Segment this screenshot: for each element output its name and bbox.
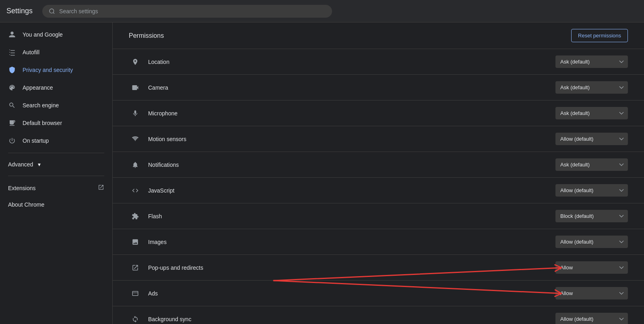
permission-select-microphone[interactable]: Ask (default)AllowBlock bbox=[555, 107, 628, 119]
power-icon bbox=[8, 137, 16, 145]
permission-label-flash: Flash bbox=[148, 213, 555, 219]
app-title: Settings bbox=[6, 7, 33, 15]
permission-select-background-sync[interactable]: Allow (default)Block bbox=[555, 313, 628, 324]
permission-row-location: Location Ask (default)AllowBlock bbox=[113, 49, 644, 75]
permission-label-popups: Pop-ups and redirects bbox=[148, 265, 555, 271]
permission-row-images: Images Allow (default)Block bbox=[113, 229, 644, 255]
reset-permissions-button[interactable]: Reset permissions bbox=[571, 29, 628, 42]
sidebar-item-label: Default browser bbox=[23, 120, 62, 126]
popup-icon bbox=[129, 264, 142, 271]
permissions-header: Permissions Reset permissions bbox=[113, 23, 644, 49]
permission-label-motion-sensors: Motion sensors bbox=[148, 136, 555, 142]
permission-select-motion-sensors[interactable]: Allow (default)AskBlock bbox=[555, 133, 628, 145]
motion-icon bbox=[129, 135, 142, 143]
permissions-title: Permissions bbox=[129, 32, 164, 39]
permission-label-ads: Ads bbox=[148, 290, 555, 297]
sidebar-item-on-startup[interactable]: On startup bbox=[0, 132, 109, 150]
permission-select-flash[interactable]: Block (default)AllowAsk bbox=[555, 210, 628, 222]
permission-label-images: Images bbox=[148, 239, 555, 245]
permission-row-background-sync: Background sync Allow (default)Block bbox=[113, 306, 644, 324]
autofill-icon bbox=[8, 48, 16, 56]
app-header: Settings bbox=[0, 0, 644, 23]
sidebar-item-default-browser[interactable]: Default browser bbox=[0, 114, 109, 132]
permission-select-popups[interactable]: AllowBlock (default) bbox=[555, 261, 628, 274]
permission-select-notifications[interactable]: Ask (default)AllowBlock bbox=[555, 158, 628, 171]
permission-row-camera: Camera Ask (default)AllowBlock bbox=[113, 75, 644, 100]
sidebar-item-label: You and Google bbox=[23, 31, 63, 38]
sync-icon bbox=[129, 316, 142, 323]
permission-row-microphone: Microphone Ask (default)AllowBlock bbox=[113, 100, 644, 126]
permission-label-camera: Camera bbox=[148, 84, 555, 91]
svg-line-1 bbox=[53, 12, 54, 14]
permission-select-camera[interactable]: Ask (default)AllowBlock bbox=[555, 81, 628, 94]
permission-row-notifications: Notifications Ask (default)AllowBlock bbox=[113, 152, 644, 178]
permission-select-ads[interactable]: AllowBlock (default) bbox=[555, 287, 628, 299]
sidebar-item-label: Privacy and security bbox=[23, 67, 73, 73]
puzzle-icon bbox=[129, 213, 142, 220]
svg-point-0 bbox=[50, 9, 54, 13]
browser-icon bbox=[8, 119, 16, 127]
search-input[interactable] bbox=[59, 8, 326, 14]
sidebar-item-label: On startup bbox=[23, 137, 49, 144]
external-link-icon bbox=[98, 184, 104, 192]
sidebar-item-search-engine[interactable]: Search engine bbox=[0, 96, 109, 114]
permission-row-flash: Flash Block (default)AllowAsk bbox=[113, 203, 644, 229]
permission-row-popups: Pop-ups and redirects AllowBlock (defaul… bbox=[113, 255, 644, 281]
shield-icon bbox=[8, 66, 16, 74]
sidebar-divider-2 bbox=[8, 176, 104, 176]
microphone-icon bbox=[129, 110, 142, 117]
sidebar-item-autofill[interactable]: Autofill bbox=[0, 43, 109, 61]
extensions-label: Extensions bbox=[8, 185, 35, 191]
palette-icon bbox=[8, 84, 16, 92]
chevron-down-icon: ▾ bbox=[38, 161, 41, 168]
permission-select-javascript[interactable]: Allow (default)Block bbox=[555, 184, 628, 197]
permission-label-location: Location bbox=[148, 59, 555, 65]
camera-icon bbox=[129, 84, 142, 91]
sidebar-divider bbox=[8, 153, 104, 153]
sidebar-item-label: Autofill bbox=[23, 49, 39, 55]
permissions-list: Location Ask (default)AllowBlock Camera … bbox=[113, 49, 644, 324]
code-icon bbox=[129, 187, 142, 194]
permission-select-location[interactable]: Ask (default)AllowBlock bbox=[555, 55, 628, 68]
permission-row-ads: Ads AllowBlock (default) bbox=[113, 281, 644, 306]
location-icon bbox=[129, 58, 142, 66]
permission-label-microphone: Microphone bbox=[148, 110, 555, 117]
svg-rect-2 bbox=[132, 291, 138, 295]
content-area: Permissions Reset permissions Location A… bbox=[113, 23, 644, 324]
permission-select-images[interactable]: Allow (default)Block bbox=[555, 236, 628, 248]
sidebar-item-label: Appearance bbox=[23, 84, 53, 91]
main-layout: You and Google Autofill Privacy and secu… bbox=[0, 23, 644, 324]
permission-label-notifications: Notifications bbox=[148, 162, 555, 168]
search-bar[interactable] bbox=[42, 5, 332, 18]
bell-icon bbox=[129, 161, 142, 168]
sidebar-item-you-and-google[interactable]: You and Google bbox=[0, 26, 109, 43]
sidebar-advanced[interactable]: Advanced ▾ bbox=[0, 156, 112, 172]
permission-label-javascript: JavaScript bbox=[148, 187, 555, 194]
advanced-label: Advanced bbox=[8, 161, 33, 168]
about-chrome-label: About Chrome bbox=[8, 201, 44, 208]
sidebar-item-appearance[interactable]: Appearance bbox=[0, 79, 109, 96]
permission-row-javascript: JavaScript Allow (default)Block bbox=[113, 178, 644, 203]
sidebar-item-about-chrome[interactable]: About Chrome bbox=[0, 197, 112, 213]
ads-icon bbox=[129, 290, 142, 297]
image-icon bbox=[129, 238, 142, 246]
permission-label-background-sync: Background sync bbox=[148, 316, 555, 322]
sidebar-item-privacy-security[interactable]: Privacy and security bbox=[0, 61, 109, 79]
permission-row-motion-sensors: Motion sensors Allow (default)AskBlock bbox=[113, 126, 644, 152]
person-icon bbox=[8, 31, 16, 39]
search-engine-icon bbox=[8, 101, 16, 109]
sidebar: You and Google Autofill Privacy and secu… bbox=[0, 23, 113, 324]
search-icon bbox=[49, 8, 55, 14]
sidebar-item-extensions[interactable]: Extensions bbox=[0, 179, 112, 197]
sidebar-item-label: Search engine bbox=[23, 102, 59, 109]
